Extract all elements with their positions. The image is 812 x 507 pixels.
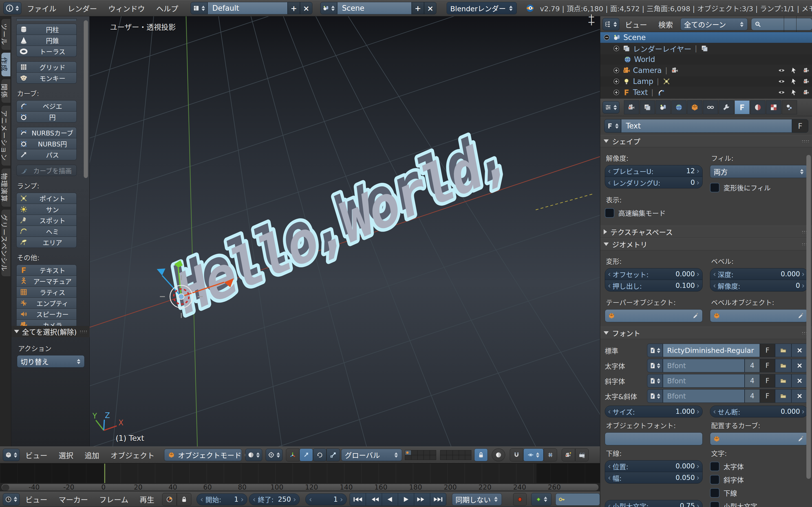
keying-set-dropdown[interactable]	[531, 493, 552, 506]
active-keying-set-field[interactable]	[555, 493, 600, 506]
manipulator-toggle-button[interactable]	[286, 448, 299, 461]
menu-marker[interactable]: マーカー	[53, 494, 94, 504]
expand-plus-icon[interactable]	[613, 78, 620, 85]
panel-header-shape[interactable]: シェイプ	[600, 135, 812, 147]
current-frame-playhead[interactable]	[104, 464, 105, 483]
font-unlink-button[interactable]	[792, 344, 808, 357]
frame-end-field[interactable]: 終了: 250	[249, 494, 300, 505]
add-sun-lamp-button[interactable]: サン	[16, 204, 77, 215]
char-smallcaps-checkbox[interactable]: 小型大文字	[710, 501, 808, 507]
frame-start-field[interactable]: 開始: 1	[197, 494, 247, 505]
add-hemi-lamp-button[interactable]: ヘミ	[16, 226, 77, 237]
snap-target-button[interactable]	[544, 448, 557, 461]
current-frame-field[interactable]: 1	[305, 494, 347, 505]
char-underline-checkbox[interactable]: 下線	[710, 488, 808, 498]
outliner-item-label[interactable]: World	[634, 55, 655, 64]
outliner-item-label[interactable]: Text	[633, 88, 648, 97]
tab-constraints[interactable]	[703, 100, 718, 114]
sync-dropdown[interactable]: 同期しない	[452, 493, 502, 506]
menu-object[interactable]: オブジェクト	[105, 450, 160, 460]
add-nurbs-circle-button[interactable]: NURBS円	[16, 138, 77, 149]
renderability-camera-icon[interactable]	[803, 89, 810, 96]
add-cylinder-button[interactable]: 円柱	[16, 24, 77, 35]
layer-selector[interactable]	[405, 450, 471, 460]
add-cone-button[interactable]: 円錐	[16, 35, 77, 46]
tab-render[interactable]	[624, 100, 639, 114]
object-font-field[interactable]	[605, 432, 703, 445]
id-browse-button[interactable]	[604, 119, 621, 133]
editor-type-3dview-button[interactable]	[3, 449, 20, 461]
small-caps-scale-field[interactable]: 小型大文字:0.75	[605, 500, 703, 507]
snap-toggle-button[interactable]	[510, 448, 523, 461]
screen-layout-close-button[interactable]: ×	[300, 2, 312, 14]
font-browse-button[interactable]	[647, 359, 663, 372]
tab-animation[interactable]: アニメーション	[1, 105, 10, 166]
add-torus-button[interactable]: トーラス	[16, 46, 77, 57]
font-browse-button[interactable]	[647, 374, 663, 388]
clipped-button[interactable]	[16, 18, 77, 21]
selectability-pointer-icon[interactable]	[790, 89, 798, 96]
font-fake-user-button[interactable]: F	[760, 344, 775, 357]
lock-time-button[interactable]	[177, 493, 192, 506]
menu-add[interactable]: 追加	[79, 450, 105, 460]
outliner-row-camera[interactable]: Camera |	[600, 65, 812, 76]
bevel-resolution-field[interactable]: 解像度:0	[710, 280, 808, 291]
outliner-row-lamp[interactable]: Lamp |	[600, 76, 812, 87]
screen-layout-add-button[interactable]: +	[288, 2, 300, 14]
font-browse-button[interactable]	[647, 344, 663, 357]
tab-data-font[interactable]	[734, 100, 750, 114]
outliner-row-world[interactable]: World	[600, 54, 812, 65]
menu-outliner-search[interactable]: 検索	[653, 19, 679, 30]
font-browse-button[interactable]	[647, 389, 663, 403]
panel-header-font[interactable]: フォント	[600, 327, 812, 339]
toolshelf-scrollbar[interactable]	[84, 20, 88, 178]
underline-position-field[interactable]: 位置:0.000	[605, 460, 703, 472]
render-opengl-anim-button[interactable]	[575, 448, 589, 461]
tab-object[interactable]	[687, 100, 702, 114]
font-unlink-button[interactable]	[792, 389, 808, 403]
font-open-button[interactable]	[775, 374, 792, 388]
menu-help[interactable]: ヘルプ	[151, 3, 184, 13]
tab-texture[interactable]	[766, 100, 781, 114]
outliner-item-label[interactable]: Camera	[633, 66, 662, 75]
tab-physics[interactable]: 物理演算	[1, 168, 10, 207]
mode-dropdown[interactable]: オブジェクトモード	[164, 449, 242, 461]
selectability-pointer-icon[interactable]	[790, 78, 798, 85]
outliner-filter-dropdown[interactable]: 全てのシーン	[680, 18, 748, 31]
selectability-pointer-icon[interactable]	[790, 67, 798, 74]
font-users-count[interactable]: 4	[745, 389, 760, 403]
text-object[interactable]: Hello,World, Hello,World, Hello,World, H…	[168, 113, 512, 330]
jump-to-end-button[interactable]	[430, 493, 446, 506]
expand-plus-icon[interactable]	[613, 89, 620, 96]
font-open-button[interactable]	[775, 389, 792, 403]
timeline-scroll-bar[interactable]	[1, 484, 599, 491]
font-fake-user-button[interactable]: F	[760, 359, 775, 372]
char-bold-checkbox[interactable]: 太字体	[710, 461, 808, 471]
eyedropper-icon[interactable]	[797, 312, 805, 320]
id-name-field[interactable]: Text	[621, 119, 792, 133]
transform-orientation-dropdown[interactable]: グローバル	[341, 449, 402, 461]
snap-element-dropdown[interactable]	[523, 448, 544, 461]
outliner-item-label[interactable]: レンダーレイヤー	[633, 43, 691, 54]
font-shear-field[interactable]: せん断:0.000	[710, 406, 808, 417]
font-fake-user-button[interactable]: F	[760, 374, 775, 388]
font-name-field[interactable]: RictyDiminished-Regular	[663, 344, 760, 357]
timeline-ruler[interactable]: -40 -20 0 20 40 60 80 100 120 140 160 18…	[0, 483, 600, 492]
time-display-button[interactable]	[162, 493, 177, 506]
renderability-camera-icon[interactable]	[803, 67, 810, 74]
play-button[interactable]	[398, 493, 414, 506]
tab-world[interactable]	[671, 100, 687, 114]
add-text-button[interactable]: テキスト	[16, 265, 77, 276]
font-unlink-button[interactable]	[792, 359, 808, 372]
add-armature-button[interactable]: アーマチュア	[16, 276, 77, 287]
viewport-3d[interactable]: Hello,World, Hello,World, Hello,World, H…	[90, 16, 600, 446]
panel-header-texture-space[interactable]: テクスチャスペース	[600, 226, 812, 238]
tab-relations[interactable]: 関係	[1, 79, 10, 103]
menu-render[interactable]: レンダー	[62, 3, 103, 13]
add-nurbs-curve-button[interactable]: NURBSカーブ	[16, 127, 77, 138]
font-open-button[interactable]	[775, 359, 792, 372]
scene-browse-button[interactable]	[320, 2, 337, 14]
menu-timeline-view[interactable]: ビュー	[20, 494, 53, 504]
menu-view[interactable]: ビュー	[20, 450, 53, 460]
fast-edit-checkbox[interactable]: 高速編集モード	[605, 208, 703, 218]
